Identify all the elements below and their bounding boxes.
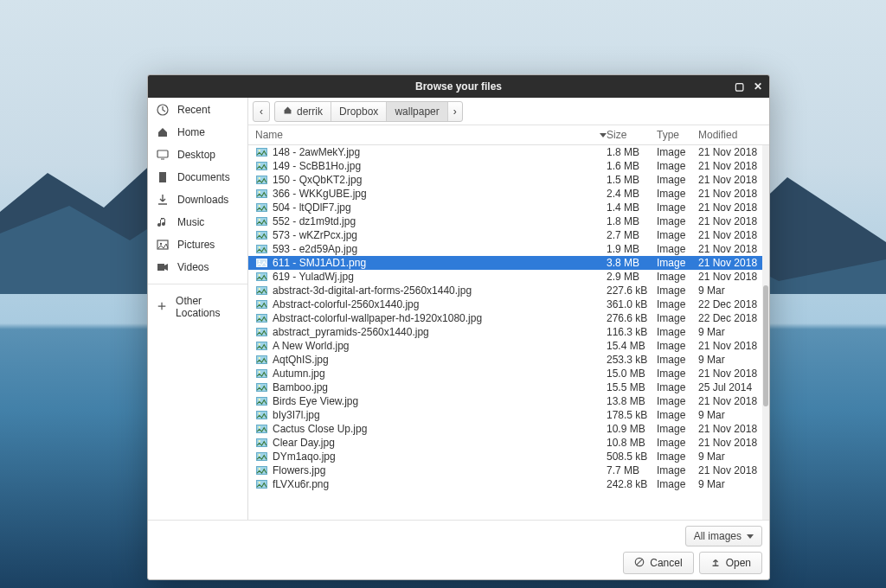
- sidebar-item-pictures[interactable]: Pictures: [148, 233, 247, 256]
- file-name: Cactus Close Up.jpg: [273, 423, 607, 435]
- close-icon[interactable]: ✕: [752, 80, 764, 93]
- column-size[interactable]: Size: [607, 129, 657, 141]
- file-row[interactable]: fLVXu6r.png242.8 kBImage9 Mar: [248, 477, 769, 491]
- cancel-label: Cancel: [650, 557, 682, 569]
- file-name: A New World.jpg: [273, 340, 607, 352]
- file-modified: 21 Nov 2018: [698, 146, 766, 158]
- sidebar-item-downloads[interactable]: Downloads: [148, 189, 247, 211]
- file-modified: 9 Mar: [698, 354, 766, 366]
- sidebar-item-other-locations[interactable]: Other Locations: [148, 290, 247, 324]
- file-size: 13.8 MB: [607, 395, 657, 407]
- file-row[interactable]: abstract-3d-digital-art-forms-2560x1440.…: [248, 284, 769, 297]
- svg-point-11: [258, 177, 260, 179]
- sidebar-label: Other Locations: [176, 295, 239, 319]
- sidebar-label: Desktop: [177, 149, 215, 161]
- file-modified: 22 Dec 2018: [698, 298, 766, 310]
- sidebar-item-documents[interactable]: Documents: [148, 166, 247, 189]
- file-row[interactable]: bIy3I7l.jpg178.5 kBImage9 Mar: [248, 408, 769, 422]
- column-type[interactable]: Type: [657, 129, 698, 141]
- file-row[interactable]: 504 - ltQDlF7.jpg1.4 MBImage21 Nov 2018: [248, 201, 769, 214]
- file-row[interactable]: 149 - ScBB1Ho.jpg1.6 MBImage21 Nov 2018: [248, 159, 769, 173]
- file-row[interactable]: 150 - QxQbKT2.jpg1.5 MBImage21 Nov 2018: [248, 173, 769, 187]
- file-type: Image: [657, 395, 698, 407]
- file-row[interactable]: Autumn.jpg15.0 MBImage21 Nov 2018: [248, 367, 769, 380]
- breadcrumb-home[interactable]: derrik: [275, 102, 331, 121]
- file-type: Image: [657, 174, 698, 186]
- file-row[interactable]: 593 - e2d59Ap.jpg1.9 MBImage21 Nov 2018: [248, 242, 769, 256]
- file-row[interactable]: A New World.jpg15.4 MBImage21 Nov 2018: [248, 339, 769, 353]
- file-row[interactable]: 366 - WKKgUBE.jpg2.4 MBImage21 Nov 2018: [248, 187, 769, 201]
- documents-icon: [157, 171, 169, 183]
- image-file-icon: [255, 383, 267, 393]
- svg-point-47: [258, 426, 260, 428]
- file-row[interactable]: 619 - YuladWj.jpg2.9 MBImage21 Nov 2018: [248, 270, 769, 284]
- open-button[interactable]: Open: [699, 552, 762, 574]
- file-row[interactable]: AqtQhIS.jpg253.3 kBImage9 Mar: [248, 353, 769, 367]
- file-row[interactable]: 552 - dz1m9td.jpg1.8 MBImage21 Nov 2018: [248, 214, 769, 228]
- file-modified: 9 Mar: [698, 478, 766, 490]
- sidebar-item-home[interactable]: Home: [148, 121, 247, 144]
- file-type: Image: [657, 368, 698, 380]
- svg-point-19: [258, 233, 260, 234]
- file-row[interactable]: Birds Eye View.jpg13.8 MBImage21 Nov 201…: [248, 394, 769, 408]
- file-row[interactable]: 573 - wKZrPcx.jpg2.7 MBImage21 Nov 2018: [248, 228, 769, 242]
- file-name: 504 - ltQDlF7.jpg: [273, 201, 607, 214]
- breadcrumb-label: wallpaper: [395, 105, 439, 118]
- breadcrumb-wallpaper[interactable]: wallpaper: [387, 102, 447, 121]
- file-name: Abstract-colorful-2560x1440.jpg: [273, 298, 607, 310]
- path-toolbar: ‹ derrik Dropbox wallpaper: [248, 98, 769, 125]
- file-row[interactable]: Clear Day.jpg10.8 MBImage21 Nov 2018: [248, 436, 769, 450]
- file-row[interactable]: Bamboo.jpg15.5 MBImage25 Jul 2014: [248, 380, 769, 394]
- image-file-icon: [255, 272, 267, 282]
- scrollbar-thumb[interactable]: [763, 285, 768, 406]
- file-name: Abstract-colorful-wallpaper-hd-1920x1080…: [273, 312, 607, 324]
- file-row[interactable]: Flowers.jpg7.7 MBImage21 Nov 2018: [248, 463, 769, 477]
- file-row[interactable]: abstract_pyramids-2560x1440.jpg116.3 kBI…: [248, 325, 769, 339]
- file-size: 116.3 kB: [607, 326, 657, 338]
- file-name: Autumn.jpg: [273, 368, 607, 380]
- image-file-icon: [255, 259, 267, 268]
- svg-point-21: [258, 246, 260, 248]
- file-name: 149 - ScBB1Ho.jpg: [273, 160, 607, 172]
- image-file-icon: [255, 300, 267, 310]
- file-type: Image: [657, 464, 698, 476]
- back-button[interactable]: ‹: [253, 101, 270, 122]
- sidebar-item-videos[interactable]: Videos: [148, 256, 247, 278]
- breadcrumb-forward-slot[interactable]: ›: [448, 102, 462, 121]
- file-modified: 21 Nov 2018: [698, 229, 766, 241]
- titlebar[interactable]: Browse your files ▢ ✕: [148, 75, 769, 98]
- column-modified[interactable]: Modified: [698, 129, 766, 141]
- svg-point-15: [258, 205, 260, 207]
- file-size: 361.0 kB: [607, 298, 657, 310]
- scrollbar[interactable]: [762, 145, 769, 520]
- sidebar-item-desktop[interactable]: Desktop: [148, 144, 247, 166]
- file-type-filter[interactable]: All images: [685, 526, 762, 546]
- file-row[interactable]: Cactus Close Up.jpg10.9 MBImage21 Nov 20…: [248, 422, 769, 436]
- file-row[interactable]: 611 - SMJ1AD1.png3.8 MBImage21 Nov 2018: [248, 256, 769, 270]
- file-size: 242.8 kB: [607, 478, 657, 490]
- image-file-icon: [255, 286, 267, 296]
- cancel-button[interactable]: Cancel: [623, 552, 693, 574]
- file-modified: 21 Nov 2018: [698, 174, 766, 186]
- column-name[interactable]: Name: [255, 129, 607, 141]
- file-name: 573 - wKZrPcx.jpg: [273, 229, 607, 241]
- file-name: 593 - e2d59Ap.jpg: [273, 243, 607, 255]
- home-icon: [283, 105, 292, 118]
- file-name: 150 - QxQbKT2.jpg: [273, 174, 607, 186]
- open-icon: [710, 557, 721, 570]
- image-file-icon: [255, 411, 267, 420]
- sidebar-item-music[interactable]: Music: [148, 211, 247, 233]
- file-row[interactable]: Abstract-colorful-2560x1440.jpg361.0 kBI…: [248, 297, 769, 311]
- maximize-icon[interactable]: ▢: [733, 80, 745, 93]
- file-row[interactable]: 148 - 2awMekY.jpg1.8 MBImage21 Nov 2018: [248, 145, 769, 159]
- file-size: 15.4 MB: [607, 340, 657, 352]
- file-size: 1.8 MB: [607, 215, 657, 227]
- breadcrumb-label: derrik: [297, 105, 323, 118]
- sidebar-item-recent[interactable]: Recent: [148, 99, 247, 121]
- file-size: 178.5 kB: [607, 409, 657, 421]
- window-title: Browse your files: [415, 80, 502, 93]
- breadcrumb-dropbox[interactable]: Dropbox: [331, 102, 387, 121]
- file-type: Image: [657, 409, 698, 421]
- file-row[interactable]: Abstract-colorful-wallpaper-hd-1920x1080…: [248, 311, 769, 325]
- file-row[interactable]: DYm1aqo.jpg508.5 kBImage9 Mar: [248, 450, 769, 463]
